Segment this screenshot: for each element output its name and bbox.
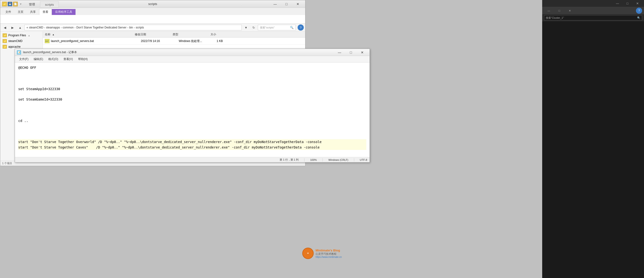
ribbon-tab-file[interactable]: 文件 — [2, 9, 14, 15]
right-help-icon[interactable]: ? — [636, 8, 642, 14]
notepad-icon: 📝 — [17, 50, 21, 55]
notepad-close-icon: ✕ — [361, 51, 364, 54]
file-row-bat[interactable]: BAT launch_preconfigured_servers.bat 202… — [43, 38, 305, 45]
up-button[interactable]: ▲ — [17, 25, 24, 30]
col-header-name[interactable]: 名称 ▲ — [45, 33, 135, 37]
ribbon-tab-file-label: 文件 — [6, 10, 11, 14]
right-close-btn2[interactable]: ✕ — [565, 8, 574, 13]
right-close-btn[interactable]: ✕ — [633, 1, 642, 6]
right-panel: — □ ✕ — □ ✕ ? 搜索"Cluster_1" 🔍 — [542, 0, 644, 278]
back-button[interactable]: ◀ — [2, 25, 8, 30]
status-sep-3 — [354, 158, 354, 162]
path-part-steamcmd[interactable]: steamCMD — [29, 26, 43, 29]
folder-icon-ac: 📁 — [2, 45, 7, 49]
search-icon: 🔍 — [290, 26, 294, 29]
ribbon-tab-tools-label: 应用程序工具 — [55, 10, 72, 14]
close-icon: ✕ — [296, 2, 299, 6]
status-sep-2 — [322, 158, 323, 162]
forward-button[interactable]: ▶ — [9, 25, 16, 30]
notepad-content[interactable]: @ECHO OFF set SteamAppId=322330 set Stea… — [15, 63, 370, 157]
ribbon-tab-view-label: 查看 — [42, 10, 48, 14]
titlebar-tabs: 管理 scripts — [24, 0, 59, 8]
tab-scripts-label: scripts — [45, 3, 54, 7]
ribbon-tab-home[interactable]: 主页 — [14, 9, 27, 15]
col-header-type[interactable]: 类型 — [172, 33, 210, 37]
col-header-date[interactable]: 修改日期 — [135, 33, 172, 37]
minimize-icon: — — [274, 2, 277, 6]
ribbon-tab-tools[interactable]: 应用程序工具 — [52, 9, 76, 15]
path-part-dstds[interactable]: Don't Starve Together Dedicated Server — [76, 26, 126, 29]
col-type-label: 类型 — [172, 33, 178, 36]
col-name-label: 名称 — [45, 33, 50, 36]
blog-logo: M — [302, 248, 314, 259]
sidebar-item-steamcmd[interactable]: 📁 steamCMD — [1, 38, 42, 44]
notepad-window-controls: — □ ✕ — [334, 49, 368, 56]
right-min-btn[interactable]: — — [613, 1, 622, 6]
ribbon-tab-share[interactable]: 共享 — [27, 9, 39, 15]
notepad-window: 📝 launch_preconfigured_servers.bat - 记事本… — [15, 49, 370, 163]
window-controls: — □ ✕ — [270, 0, 303, 8]
help-button[interactable]: ? — [298, 25, 304, 31]
line-7 — [18, 129, 366, 134]
maximize-button[interactable]: □ — [281, 0, 292, 8]
menu-help[interactable]: 帮助(H) — [76, 56, 90, 62]
address-bar: ◀ ▶ ▲ « steamCMD › steamapps › common › … — [0, 24, 305, 32]
address-input[interactable]: « steamCMD › steamapps › common › Don't … — [24, 25, 242, 30]
menu-view[interactable]: 查看(V) — [61, 56, 75, 62]
right-max-btn2[interactable]: □ — [554, 8, 564, 13]
notepad-maximize-icon: □ — [350, 51, 352, 54]
path-part-bin[interactable]: bin — [129, 26, 133, 29]
search-placeholder: 搜索"scripts" — [260, 26, 275, 29]
status-line-ending: Windows (CRLF) — [328, 159, 348, 161]
path-sep-4: › — [128, 26, 128, 29]
path-part-common[interactable]: common — [63, 26, 74, 29]
tab-scripts[interactable]: scripts — [40, 2, 59, 8]
menu-format[interactable]: 格式(O) — [46, 56, 60, 62]
ribbon-tab-view[interactable]: 查看 — [39, 9, 52, 15]
status-sep-1 — [304, 158, 304, 162]
menu-edit[interactable]: 编辑(E) — [31, 56, 46, 62]
tab-manage[interactable]: 管理 — [24, 2, 40, 8]
refresh-button[interactable]: ↻ — [250, 25, 257, 30]
col-header-size[interactable]: 大小 — [210, 33, 230, 37]
folder-icon: 📁 — [2, 2, 7, 7]
line-1: @ECHO OFF — [18, 65, 366, 70]
titlebar-icons: 📁 💾 📄 ▼ — [2, 2, 22, 7]
minimize-button[interactable]: — — [270, 0, 280, 8]
item-count: 1 个项目 — [2, 162, 12, 165]
notepad-maximize-button[interactable]: □ — [346, 49, 356, 56]
blog-watermark: M Mintimate's Blog 心灵手巧技术教程 https://www.… — [302, 248, 342, 259]
sidebar-item-programfiles[interactable]: 📁 Program Files ▲ — [1, 33, 42, 38]
explorer-title-text: scripts — [148, 2, 157, 6]
search-box[interactable]: 搜索"scripts" 🔍 — [258, 25, 296, 30]
sidebar-label-ac: appcache — [8, 45, 20, 48]
sidebar-label-sc: steamCMD — [8, 39, 22, 43]
notepad-statusbar: 第 1 行，第 1 列 100% Windows (CRLF) UTF-8 — [15, 157, 370, 162]
path-sep-2: › — [61, 26, 62, 29]
status-encoding: UTF-8 — [360, 159, 367, 161]
close-button[interactable]: ✕ — [292, 0, 303, 8]
file-name: launch_preconfigured_servers.bat — [51, 39, 141, 43]
tab-manage-label: 管理 — [29, 2, 35, 7]
ribbon-tab-share-label: 共享 — [30, 10, 36, 14]
notepad-close-button[interactable]: ✕ — [357, 49, 368, 56]
right-search-placeholder: 搜索"Cluster_1" — [546, 16, 564, 20]
menu-edit-label: 编辑(E) — [34, 57, 43, 61]
right-min-btn2[interactable]: — — [544, 8, 554, 13]
col-date-label: 修改日期 — [135, 33, 146, 36]
address-path: « steamCMD › steamapps › common › Don't … — [26, 26, 240, 29]
menu-file[interactable]: 文件(F) — [17, 56, 31, 62]
notepad-minimize-button[interactable]: — — [334, 49, 345, 56]
menu-format-label: 格式(O) — [48, 57, 58, 61]
explorer-title: scripts — [148, 2, 157, 6]
right-panel-controls: — □ ✕ — [613, 1, 642, 6]
ribbon-tabs: 文件 主页 共享 查看 应用程序工具 — [0, 8, 305, 15]
blog-url: https://www.mintimate.cn — [316, 256, 342, 258]
right-max-btn[interactable]: □ — [623, 1, 632, 6]
sidebar-label-pf: Program Files — [8, 34, 26, 37]
doc-icon: 📄 — [13, 2, 18, 7]
address-dropdown[interactable]: ▼ — [243, 25, 249, 30]
right-search-input[interactable]: 搜索"Cluster_1" 🔍 — [544, 15, 642, 20]
path-part-scripts[interactable]: scripts — [136, 26, 144, 29]
path-part-steamapps[interactable]: steamapps — [46, 26, 60, 29]
